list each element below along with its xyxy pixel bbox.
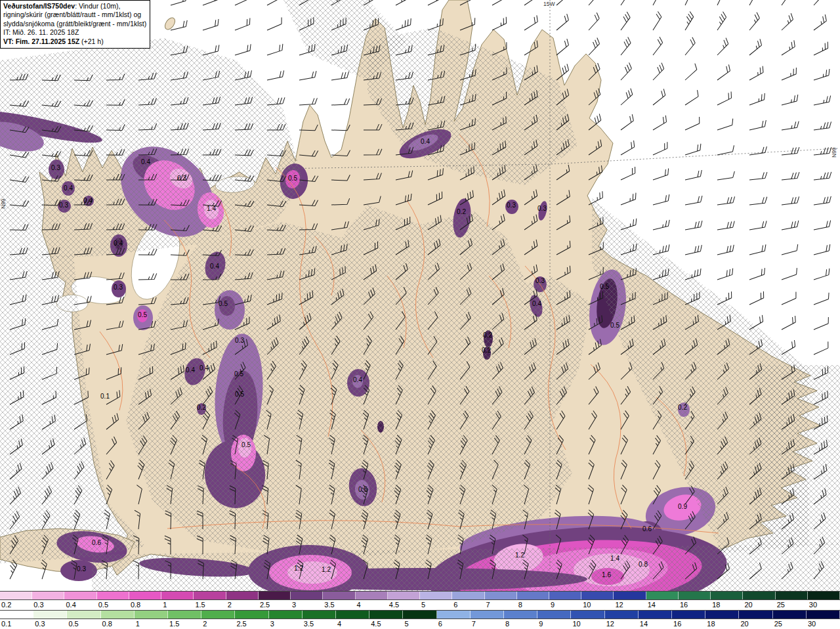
colorbar-tick-label: 2 (226, 600, 259, 610)
precip-value-label: 0.4 (114, 240, 123, 247)
precip-value-label: 0.5 (358, 486, 368, 493)
colorbar-tick-label: 1.5 (168, 619, 201, 629)
precip-value-label: 0.3 (59, 202, 68, 209)
parallel-label-right: N99 (831, 147, 837, 158)
colorbar-segment (161, 592, 194, 599)
colorbar-legend: 0.20.30.40.50.811.522.533.544.5567891012… (0, 591, 840, 629)
map-canvas: 0.30.40.30.40.40.31.40.40.50.20.30.30.40… (0, 0, 840, 591)
colorbar-segment (471, 611, 504, 618)
colorbar-tick-label: 12 (605, 619, 639, 629)
precip-value-label: 0.6 (642, 525, 652, 532)
colorbar-segment (226, 592, 259, 599)
colorbar-segment (201, 611, 235, 618)
precip-value-label: 0.4 (83, 197, 93, 204)
colorbar-tick-label: 12 (614, 600, 646, 610)
precip-value-label: 0.3 (235, 337, 244, 344)
precip-value-label: 0.3 (77, 565, 86, 573)
colorbar-segment (807, 611, 840, 618)
colorbar-segment (705, 611, 739, 618)
meridian-label: 15W (543, 1, 555, 7)
colorbar-tick-label: 6 (452, 600, 484, 610)
colorbar-segment (259, 592, 291, 599)
precip-value-label: 0.3 (536, 277, 545, 284)
colorbar-segment (773, 611, 807, 618)
precip-value-label: 0.3 (114, 284, 123, 291)
precip-value-label: 0.5 (610, 322, 620, 329)
colorbar-segment (235, 611, 268, 618)
colorbar-tick-label: 30 (808, 600, 840, 610)
colorbar-segment (0, 592, 32, 599)
colorbar-segment (336, 611, 369, 618)
colorbar-segment (581, 592, 614, 599)
colorbar-segment (323, 592, 355, 599)
colorbar-tick-label: 9 (549, 600, 581, 610)
legend-line-rain: rigning/skúrir (grænt/blátt/rautt - mm/1… (3, 11, 146, 19)
colorbar-tick-label: 0.5 (97, 600, 129, 610)
legend-line-sleet: slydda/snjókoma (grátt/bleikt/grænt - mm… (3, 20, 146, 28)
precip-value-label: 0.4 (210, 263, 219, 270)
colorbar-tick-label: 4.5 (388, 600, 420, 610)
colorbar-segment (452, 592, 484, 599)
colorbar-tick-label: 1 (161, 600, 194, 610)
colorbar-tick-label: 5 (420, 600, 452, 610)
colorbar-tick-label: 1 (135, 619, 168, 629)
colorbar-segment (403, 611, 436, 618)
colorbar-tick-label: 3 (291, 600, 323, 610)
colorbar-segment (639, 611, 672, 618)
parallel-label-left: N99 (0, 198, 7, 209)
colorbar-tick-label: 0.4 (64, 600, 96, 610)
colorbar-segment (67, 611, 100, 618)
colorbar-tick-label: 18 (705, 619, 739, 629)
colorbar-tick-label: 0.2 (0, 600, 32, 610)
colorbar-segment (808, 592, 840, 599)
colorbar-tick-label: 0.8 (101, 619, 135, 629)
colorbar-segment (291, 592, 323, 599)
colorbar-segment (32, 592, 64, 599)
colorbar-tick-label: 0.8 (129, 600, 161, 610)
precip-value-label: 0.9 (678, 503, 687, 510)
colorbar-tick-label: 30 (807, 619, 840, 629)
colorbar-tick-label: 0.3 (32, 600, 64, 610)
precip-value-label: 0.1 (100, 393, 110, 400)
precip-value-label: 1.2 (322, 566, 331, 573)
colorbar-segment (571, 611, 604, 618)
colorbar-tick-label: 2.5 (235, 619, 268, 629)
colorbar-tick-label: 4.5 (369, 619, 403, 629)
colorbar-segment (388, 592, 420, 599)
colorbar-tick-label: 20 (739, 619, 772, 629)
colorbar-segment (504, 611, 537, 618)
colorbar-tick-label: 9 (537, 619, 571, 629)
colorbar-tick-label: 3.5 (323, 600, 355, 610)
colorbar-segment (33, 611, 67, 618)
colorbar-tick-label: 20 (743, 600, 775, 610)
rain-colorbar (0, 610, 840, 619)
colorbar-tick-label: 10 (571, 619, 604, 629)
colorbar-tick-label: 0.5 (67, 619, 100, 629)
colorbar-segment (614, 592, 646, 599)
colorbar-tick-label: 14 (639, 619, 672, 629)
colorbar-segment (356, 592, 388, 599)
colorbar-tick-label: 0.3 (33, 619, 67, 629)
precip-value-label: 0.2 (482, 347, 491, 354)
precip-value-label: 0.2 (483, 332, 492, 339)
colorbar-segment (303, 611, 336, 618)
colorbar-tick-label: 25 (773, 619, 807, 629)
product-variable: : Vindur (10m), (75, 2, 120, 10)
colorbar-segment (64, 592, 96, 599)
colorbar-tick-label: 5 (403, 619, 436, 629)
colorbar-tick-label: 4 (336, 619, 369, 629)
precip-value-label: 0.4 (141, 158, 150, 165)
precip-value-label: 0.5 (219, 300, 228, 307)
weather-map: 0.30.40.30.40.40.31.40.40.50.20.30.30.40… (0, 0, 840, 591)
valid-offset: (+21 h) (79, 37, 103, 45)
colorbar-segment (420, 592, 452, 599)
precip-value-label: 0.5 (234, 370, 243, 378)
colorbar-segment (0, 611, 33, 618)
colorbar-segment (269, 611, 303, 618)
precip-value-label: 0.5 (138, 311, 147, 318)
precip-value-label: 0.2 (678, 404, 687, 411)
precip-value-label: 0.3 (537, 205, 547, 212)
precip-value-label: 0.3 (177, 175, 186, 182)
colorbar-segment (605, 611, 639, 618)
colorbar-tick-label: 8 (504, 619, 537, 629)
